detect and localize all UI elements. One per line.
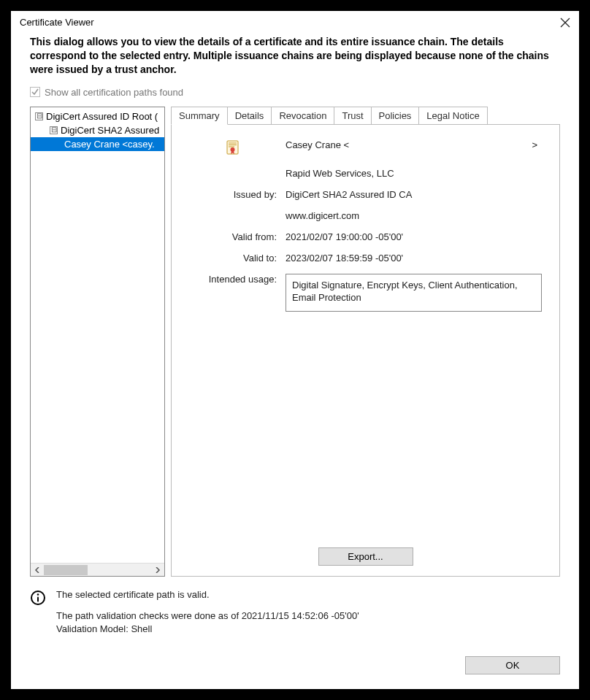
info-icon — [30, 590, 46, 608]
tabs: Summary Details Revocation Trust Policie… — [171, 107, 560, 124]
tab-trust[interactable]: Trust — [334, 107, 371, 124]
titlebar: Certificate Viewer — [11, 11, 579, 35]
tab-body: Casey Crane < > Rapid Web Services, LLC … — [171, 124, 560, 577]
validation-timestamp: The path validation checks were done as … — [56, 609, 359, 623]
tab-revocation[interactable]: Revocation — [271, 107, 334, 124]
svg-point-4 — [37, 594, 39, 596]
validation-status: The selected certificate path is valid. — [56, 588, 359, 601]
close-icon[interactable] — [560, 18, 570, 28]
tree-item-intermediate[interactable]: ⊟ DigiCert SHA2 Assured — [31, 123, 164, 137]
tree-scrollbar[interactable] — [31, 563, 164, 576]
intended-usage-label: Intended usage: — [189, 274, 277, 285]
valid-from-value: 2021/02/07 19:00:00 -05'00' — [286, 231, 542, 242]
collapse-icon[interactable]: ⊟ — [35, 112, 43, 120]
tree-item-label: DigiCert SHA2 Assured — [61, 123, 159, 137]
valid-to-value: 2023/02/07 18:59:59 -05'00' — [286, 253, 542, 264]
certificate-viewer-dialog: Certificate Viewer This dialog allows yo… — [11, 11, 579, 689]
svg-rect-3 — [37, 597, 39, 602]
cert-tree[interactable]: ⊟ DigiCert Assured ID Root ( ⊟ DigiCert … — [30, 107, 165, 577]
scroll-left-icon[interactable] — [31, 564, 44, 577]
validation-footer: The selected certificate path is valid. … — [30, 588, 560, 636]
validation-model: Validation Model: Shell — [56, 623, 359, 636]
valid-from-label: Valid from: — [189, 231, 277, 242]
export-button[interactable]: Export... — [318, 547, 413, 566]
tree-item-label: Casey Crane <casey. — [64, 137, 155, 151]
collapse-icon[interactable]: ⊟ — [50, 126, 58, 134]
subject-org: Rapid Web Services, LLC — [286, 168, 542, 179]
show-all-paths-checkbox: Show all certification paths found — [30, 87, 560, 98]
issued-by-value: DigiCert SHA2 Assured ID CA — [286, 189, 542, 200]
tree-item-label: DigiCert Assured ID Root ( — [46, 109, 158, 123]
window-title: Certificate Viewer — [20, 17, 94, 28]
scroll-thumb[interactable] — [44, 565, 88, 575]
issued-by-label: Issued by: — [189, 189, 277, 200]
valid-to-label: Valid to: — [189, 253, 277, 264]
subject-name-tail: > — [532, 139, 537, 150]
tree-item-leaf[interactable]: Casey Crane <casey. — [31, 137, 164, 151]
tab-policies[interactable]: Policies — [371, 107, 420, 124]
checkbox-icon — [30, 87, 40, 97]
certificate-icon — [225, 139, 241, 158]
dialog-description: This dialog allows you to view the detai… — [30, 35, 560, 77]
show-all-paths-label: Show all certification paths found — [45, 87, 183, 98]
scroll-right-icon[interactable] — [151, 564, 164, 577]
ok-button[interactable]: OK — [465, 656, 560, 674]
subject-name: Casey Crane < — [286, 139, 349, 150]
issuer-url: www.digicert.com — [286, 210, 542, 221]
tab-legal-notice[interactable]: Legal Notice — [418, 107, 487, 124]
intended-usage-value: Digital Signature, Encrypt Keys, Client … — [286, 274, 542, 312]
tab-summary[interactable]: Summary — [171, 107, 228, 125]
tab-details[interactable]: Details — [227, 107, 272, 124]
tree-item-root[interactable]: ⊟ DigiCert Assured ID Root ( — [31, 109, 164, 123]
